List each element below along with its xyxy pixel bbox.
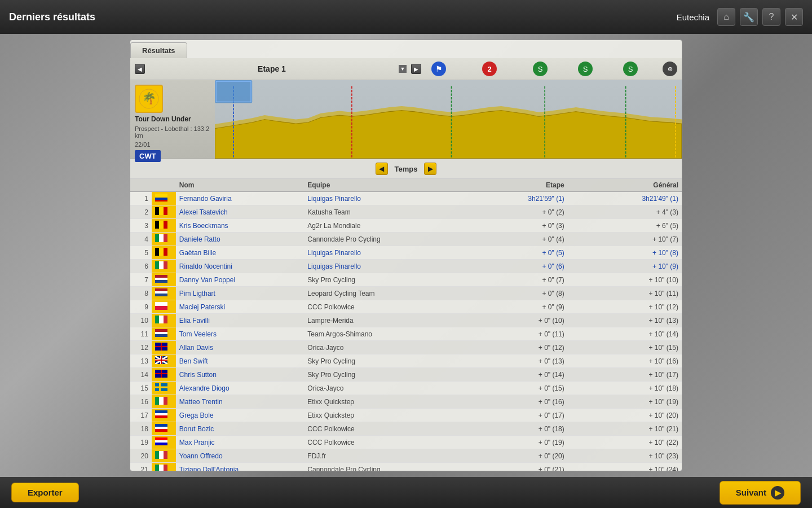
svg-rect-23 [159,234,164,242]
general-time: + 10" (13) [648,317,678,325]
etape-time: + 0" (6) [542,262,564,270]
general-time-cell: + 10" (12) [568,300,682,314]
rider-name-link[interactable]: Kris Boeckmans [179,222,228,230]
settings-button[interactable]: 🔧 [740,8,758,26]
rider-name-link[interactable]: Max Pranjic [179,439,215,446]
name-cell[interactable]: Maciej Paterski [176,300,304,314]
rider-name-link[interactable]: Alexandre Diogo [179,384,230,392]
stage-prev-button[interactable]: ◀ [135,64,145,74]
etape-time: + 0" (14) [539,371,564,379]
close-button[interactable]: ✕ [785,8,803,26]
etape-time: 3h21'59" (1) [528,195,564,203]
rider-name-link[interactable]: Gaëtan Bille [179,249,216,257]
rider-name-link[interactable]: Allan Davis [179,344,213,352]
table-row: 10 Elia Favilli Lampre-Merida + 0" (10) … [130,314,682,327]
svg-rect-42 [155,329,167,332]
team-name: Leopard Cycling Team [307,290,374,297]
tab-resultats[interactable]: Résultats [130,42,187,58]
etape-time-cell: + 0" (10) [454,314,568,327]
general-time: + 10" (7) [652,235,678,243]
team-cell: Leopard Cycling Team [304,287,453,300]
position-cell: 20 [130,449,152,463]
table-row: 11 Tom Veelers Team Argos-Shimano + 0" (… [130,327,682,341]
team-name: FDJ.fr [307,452,326,460]
flag-cell [152,327,176,341]
rider-name-link[interactable]: Danny Van Poppel [179,276,235,284]
etape-time: + 0" (2) [542,208,564,216]
name-cell[interactable]: Borut Bozic [176,422,304,436]
rider-name-link[interactable]: Tiziano Dall'Antonia [179,466,239,471]
svg-rect-60 [155,387,167,388]
results-table-wrap[interactable]: Nom Equipe Etape Général 1 Fernando Gavi… [130,179,682,471]
time-nav: ◀ Temps ▶ [130,159,682,179]
stage-profile [215,80,682,159]
name-cell[interactable]: Gaëtan Bille [176,246,304,260]
export-button[interactable]: Exporter [11,483,79,502]
name-cell[interactable]: Matteo Trentin [176,395,304,409]
flag-cell [152,314,176,327]
next-button[interactable]: Suivant ▶ [720,481,801,505]
rider-name-link[interactable]: Elia Favilli [179,317,210,325]
name-cell[interactable]: Tiziano Dall'Antonia [176,463,304,471]
svg-rect-71 [155,440,167,443]
rider-name-link[interactable]: Ben Swift [179,357,208,365]
name-cell[interactable]: Pim Ligthart [176,287,304,300]
stage-next-button[interactable]: ▶ [411,64,421,74]
name-cell[interactable]: Ben Swift [176,354,304,368]
svg-rect-28 [155,261,159,269]
name-cell[interactable]: Alexandre Diogo [176,382,304,395]
general-time: + 10" (22) [648,439,678,446]
svg-rect-40 [159,316,164,323]
name-cell[interactable]: Rinaldo Nocentini [176,260,304,273]
name-cell[interactable]: Grega Bole [176,409,304,422]
race-info: 🌴 Tour Down Under Prospect - Lobethal : … [130,80,215,159]
rider-name-link[interactable]: Rinaldo Nocentini [179,262,232,270]
name-cell[interactable]: Allan Davis [176,341,304,354]
team-cell: Liquigas Pinarello [304,246,453,260]
svg-rect-19 [155,221,159,229]
rider-name-link[interactable]: Borut Bozic [179,425,214,433]
etape-time-cell: + 0" (5) [454,246,568,260]
etape-time-cell: + 0" (7) [454,273,568,287]
name-cell[interactable]: Danny Van Poppel [176,273,304,287]
general-time-cell: + 10" (19) [568,395,682,409]
name-cell[interactable]: Alexei Tsatevich [176,205,304,219]
svg-rect-29 [159,261,164,269]
stage-dropdown[interactable]: ▼ [399,65,407,73]
rider-name-link[interactable]: Yoann Offredo [179,452,223,460]
svg-rect-24 [164,234,167,242]
home-button[interactable]: ⌂ [717,8,735,26]
time-next-button[interactable]: ▶ [424,163,436,175]
flag-cell [152,341,176,354]
general-time: + 10" (23) [648,452,678,460]
general-time: + 10" (10) [648,276,678,284]
rider-name-link[interactable]: Grega Bole [179,411,214,419]
name-cell[interactable]: Kris Boeckmans [176,219,304,233]
name-cell[interactable]: Daniele Ratto [176,233,304,246]
rider-name-link[interactable]: Daniele Ratto [179,235,220,243]
rider-name-link[interactable]: Matteo Trentin [179,398,223,406]
svg-rect-62 [159,397,164,405]
rider-name-link[interactable]: Fernando Gaviria [179,195,232,203]
flag-cell [152,422,176,436]
general-time-cell: + 10" (21) [568,422,682,436]
rider-name-link[interactable]: Chris Sutton [179,371,217,379]
etape-time-cell: + 0" (15) [454,382,568,395]
svg-rect-30 [164,261,167,269]
time-prev-button[interactable]: ◀ [376,163,388,175]
rider-name-link[interactable]: Alexei Tsatevich [179,208,228,216]
flag-cell [152,287,176,300]
etape-time-cell: + 0" (14) [454,368,568,382]
name-cell[interactable]: Chris Sutton [176,368,304,382]
name-cell[interactable]: Elia Favilli [176,314,304,327]
rider-name-link[interactable]: Pim Ligthart [179,290,215,297]
rider-name-link[interactable]: Tom Veelers [179,330,217,338]
etape-time: + 0" (15) [539,384,564,392]
name-cell[interactable]: Yoann Offredo [176,449,304,463]
name-cell[interactable]: Tom Veelers [176,327,304,341]
help-button[interactable]: ? [762,8,780,26]
name-cell[interactable]: Fernando Gaviria [176,192,304,205]
rider-name-link[interactable]: Maciej Paterski [179,303,225,311]
etape-time-cell: + 0" (8) [454,287,568,300]
name-cell[interactable]: Max Pranjic [176,436,304,449]
